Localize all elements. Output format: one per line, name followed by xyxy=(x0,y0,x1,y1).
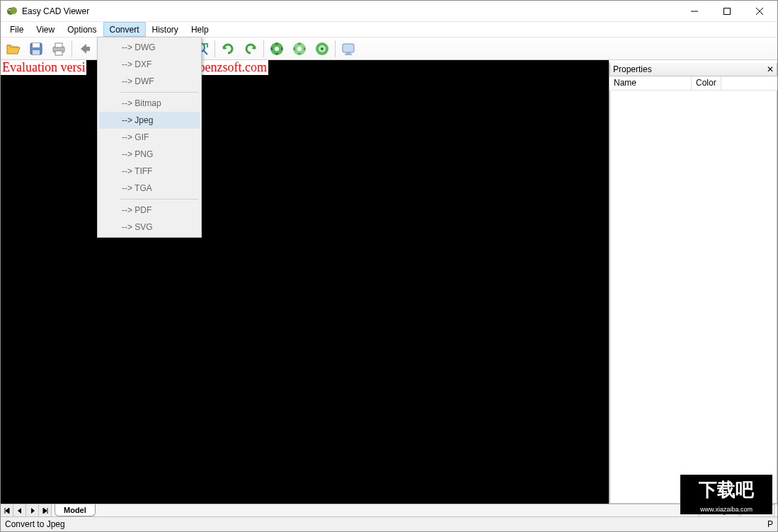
print-icon[interactable] xyxy=(47,39,70,59)
menu-options[interactable]: Options xyxy=(61,22,103,37)
color-wheel-3-icon[interactable] xyxy=(311,39,333,59)
close-button[interactable] xyxy=(743,1,776,21)
svg-point-1 xyxy=(10,7,17,14)
convert-pdf[interactable]: --> PDF xyxy=(99,202,200,219)
properties-panel: Properties ✕ Name Color xyxy=(609,62,777,504)
menu-help[interactable]: Help xyxy=(185,22,215,37)
svg-rect-9 xyxy=(33,50,40,54)
svg-rect-34 xyxy=(345,54,352,55)
svg-point-31 xyxy=(321,47,324,50)
convert-dxf[interactable]: --> DXF xyxy=(99,56,200,73)
svg-line-24 xyxy=(203,50,207,54)
column-color[interactable]: Color xyxy=(692,76,721,90)
back-icon[interactable] xyxy=(74,39,96,59)
convert-png[interactable]: --> PNG xyxy=(99,146,200,163)
statusbar: Convert to Jpeg P xyxy=(1,516,777,531)
convert-jpeg[interactable]: --> Jpeg xyxy=(99,112,200,129)
convert-gif[interactable]: --> GIF xyxy=(99,129,200,146)
save-icon[interactable] xyxy=(25,39,47,59)
maximize-button[interactable] xyxy=(711,1,743,21)
properties-body xyxy=(610,91,777,504)
tab-model[interactable]: Model xyxy=(55,504,96,516)
column-name[interactable]: Name xyxy=(610,76,692,90)
svg-rect-12 xyxy=(55,51,62,55)
convert-dwf[interactable]: --> DWF xyxy=(99,73,200,90)
toolbar-separator xyxy=(263,40,264,57)
svg-point-26 xyxy=(275,47,279,51)
minimize-button[interactable] xyxy=(678,1,711,21)
svg-point-2 xyxy=(8,9,10,11)
font-label: Font xyxy=(754,507,770,515)
menu-view[interactable]: View xyxy=(30,22,61,37)
properties-title: Properties xyxy=(613,64,652,74)
toolbar-separator xyxy=(214,40,215,57)
toolbar-separator xyxy=(335,40,336,57)
svg-rect-4 xyxy=(724,8,731,14)
evaluation-text-left: Evaluation versi xyxy=(1,60,86,75)
convert-tga[interactable]: --> TGA xyxy=(99,180,200,197)
undo-icon[interactable] xyxy=(239,39,262,59)
titlebar: Easy CAD Viewer xyxy=(1,1,777,22)
tab-nav-first-icon[interactable] xyxy=(1,504,13,516)
color-wheel-2-icon[interactable] xyxy=(288,39,311,59)
status-text: Convert to Jpeg xyxy=(5,519,65,529)
dropdown-separator xyxy=(120,199,198,200)
menu-convert[interactable]: Convert xyxy=(103,22,146,37)
font-tab[interactable]: A Font xyxy=(740,504,774,517)
tab-nav-prev-icon[interactable] xyxy=(13,504,26,516)
redo-icon[interactable] xyxy=(217,39,239,59)
svg-rect-32 xyxy=(343,44,354,52)
app-title: Easy CAD Viewer xyxy=(22,6,678,16)
app-icon xyxy=(6,6,18,17)
convert-dwg[interactable]: --> DWG xyxy=(99,39,200,56)
tabs-nav xyxy=(1,504,52,516)
color-wheel-1-icon[interactable] xyxy=(265,39,288,59)
tab-nav-last-icon[interactable] xyxy=(39,504,52,516)
layer-label: Layer xyxy=(715,507,735,515)
canvas-wrap: Evaluation versi .benzsoft.com xyxy=(1,60,609,504)
toolbar-separator xyxy=(71,40,72,57)
panel-close-icon[interactable]: ✕ xyxy=(767,64,774,74)
convert-tiff[interactable]: --> TIFF xyxy=(99,163,200,180)
tabs-bar: Model Layer A Font xyxy=(1,504,777,516)
layer-tab[interactable]: Layer xyxy=(699,504,740,517)
tab-nav-next-icon[interactable] xyxy=(26,504,39,516)
window-controls xyxy=(678,1,776,21)
properties-header[interactable]: Properties ✕ xyxy=(610,62,777,76)
status-right: P xyxy=(767,519,773,529)
open-icon[interactable] xyxy=(2,39,25,59)
dropdown-separator xyxy=(120,92,198,93)
tabs-right: Layer A Font xyxy=(699,504,778,516)
font-icon: A xyxy=(745,507,751,515)
menu-history[interactable]: History xyxy=(146,22,185,37)
layers-icon xyxy=(704,507,712,515)
svg-rect-33 xyxy=(346,52,350,54)
screen-icon[interactable] xyxy=(337,39,360,59)
menubar: File View Options Convert History Help xyxy=(1,22,777,37)
menu-file[interactable]: File xyxy=(4,22,30,37)
svg-point-28 xyxy=(297,47,302,51)
drawing-canvas[interactable]: Evaluation versi .benzsoft.com xyxy=(1,60,609,504)
convert-svg[interactable]: --> SVG xyxy=(99,219,200,236)
convert-dropdown: --> DWG --> DXF --> DWF --> Bitmap --> J… xyxy=(97,37,202,238)
properties-columns: Name Color xyxy=(610,76,777,91)
convert-bitmap[interactable]: --> Bitmap xyxy=(99,95,200,112)
svg-rect-8 xyxy=(33,43,40,47)
svg-rect-11 xyxy=(55,43,62,47)
evaluation-text-right: .benzsoft.com xyxy=(194,60,268,75)
